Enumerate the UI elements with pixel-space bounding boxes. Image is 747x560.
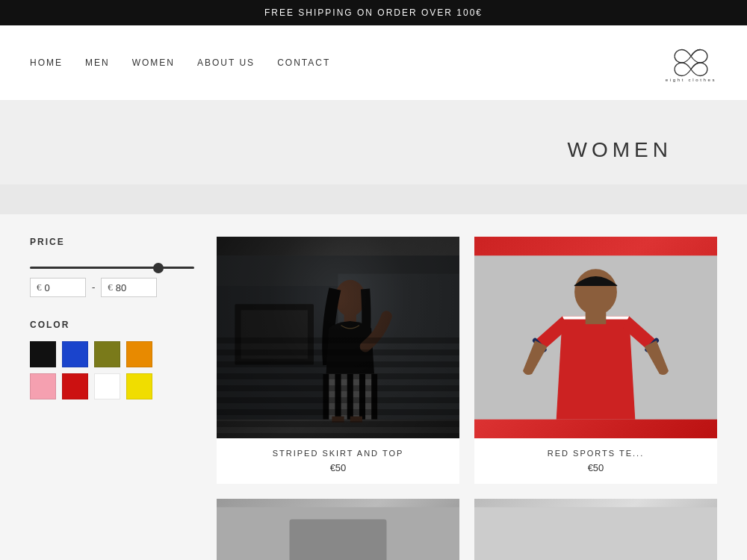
product-image-bottom-1 bbox=[217, 499, 459, 560]
price-inputs: € - € bbox=[30, 278, 194, 297]
product-card-red-sports[interactable]: RED SPORTS TE... €50 bbox=[474, 237, 717, 484]
currency-min: € bbox=[37, 281, 42, 293]
color-swatch-yellow[interactable] bbox=[126, 373, 152, 399]
banner-text: FREE SHIPPING ON ORDER OVER 100€ bbox=[264, 7, 483, 18]
color-swatch-black[interactable] bbox=[30, 341, 56, 367]
product-card-bottom-2[interactable] bbox=[474, 499, 717, 560]
product-card-bottom-1[interactable] bbox=[217, 499, 459, 560]
svg-rect-9 bbox=[323, 374, 377, 420]
color-swatch-red[interactable] bbox=[62, 373, 88, 399]
svg-rect-11 bbox=[335, 374, 341, 420]
nav-home[interactable]: HOME bbox=[30, 57, 63, 68]
nav-about[interactable]: ABOUT US bbox=[197, 57, 255, 68]
color-filter-label: COLOR bbox=[30, 320, 194, 330]
main-nav: HOME MEN WOMEN ABOUT US CONTACT bbox=[30, 57, 330, 68]
product-info-red-sports: RED SPORTS TE... €50 bbox=[474, 438, 717, 484]
product-price-striped-skirt: €50 bbox=[227, 462, 449, 473]
svg-rect-16 bbox=[350, 417, 362, 423]
product-image-svg bbox=[217, 237, 459, 438]
product-image-red-sports-svg bbox=[474, 237, 717, 438]
price-filter-label: PRICE bbox=[30, 237, 194, 247]
svg-text:eight clothes: eight clothes bbox=[666, 77, 716, 82]
product-info-striped-skirt: STRIPED SKIRT AND TOP €50 bbox=[217, 438, 459, 484]
price-separator: - bbox=[92, 281, 95, 293]
svg-rect-6 bbox=[241, 310, 308, 358]
price-max-input[interactable] bbox=[116, 282, 146, 293]
top-banner: FREE SHIPPING ON ORDER OVER 100€ bbox=[0, 0, 747, 25]
product-name-striped-skirt: STRIPED SKIRT AND TOP bbox=[227, 449, 449, 458]
svg-rect-24 bbox=[290, 520, 387, 561]
product-image-striped-skirt bbox=[217, 237, 459, 438]
color-swatch-blue[interactable] bbox=[62, 341, 88, 367]
color-swatch-white[interactable] bbox=[94, 373, 120, 399]
hero-section: WOMEN bbox=[0, 101, 747, 184]
price-filter: PRICE € - € bbox=[30, 237, 194, 297]
price-min-input[interactable] bbox=[45, 282, 75, 293]
nav-contact[interactable]: CONTACT bbox=[277, 57, 330, 68]
main-content: PRICE € - € COLOR bbox=[0, 214, 747, 560]
price-max-group: € bbox=[101, 278, 157, 297]
svg-rect-5 bbox=[235, 304, 314, 364]
section-divider bbox=[0, 184, 747, 214]
svg-rect-22 bbox=[586, 312, 607, 324]
svg-rect-15 bbox=[332, 417, 344, 423]
svg-point-7 bbox=[335, 280, 365, 317]
nav-women[interactable]: WOMEN bbox=[132, 57, 175, 68]
svg-rect-12 bbox=[347, 374, 353, 420]
svg-rect-25 bbox=[474, 507, 717, 560]
price-range-container: € - € bbox=[30, 258, 194, 297]
svg-rect-3 bbox=[217, 286, 338, 420]
svg-point-18 bbox=[574, 269, 617, 315]
svg-rect-8 bbox=[344, 314, 356, 329]
color-swatch-olive[interactable] bbox=[94, 341, 120, 367]
svg-rect-4 bbox=[338, 274, 460, 420]
product-name-red-sports: RED SPORTS TE... bbox=[485, 449, 707, 458]
color-swatch-orange[interactable] bbox=[126, 341, 152, 367]
logo[interactable]: eight clothes bbox=[665, 40, 717, 85]
color-filter: COLOR bbox=[30, 320, 194, 399]
sidebar: PRICE € - € COLOR bbox=[30, 237, 194, 560]
svg-rect-1 bbox=[217, 255, 459, 419]
svg-rect-14 bbox=[371, 374, 377, 420]
color-swatch-pink[interactable] bbox=[30, 373, 56, 399]
logo-icon: eight clothes bbox=[665, 40, 717, 85]
page-title: WOMEN bbox=[568, 138, 672, 162]
svg-rect-10 bbox=[323, 374, 329, 420]
currency-max: € bbox=[108, 281, 113, 293]
nav-men[interactable]: MEN bbox=[85, 57, 110, 68]
product-bottom-1-svg bbox=[217, 499, 459, 560]
product-bottom-2-svg bbox=[474, 499, 717, 560]
header: HOME MEN WOMEN ABOUT US CONTACT eight cl… bbox=[0, 25, 747, 101]
color-swatches bbox=[30, 341, 194, 399]
svg-rect-2 bbox=[217, 255, 459, 419]
price-min-group: € bbox=[30, 278, 86, 297]
product-card-striped-skirt[interactable]: STRIPED SKIRT AND TOP €50 bbox=[217, 237, 459, 484]
products-grid: STRIPED SKIRT AND TOP €50 bbox=[217, 237, 717, 560]
svg-rect-13 bbox=[359, 374, 365, 420]
product-image-red-sports bbox=[474, 237, 717, 438]
price-range-slider[interactable] bbox=[30, 267, 194, 269]
product-price-red-sports: €50 bbox=[485, 462, 707, 473]
product-image-bottom-2 bbox=[474, 499, 717, 560]
